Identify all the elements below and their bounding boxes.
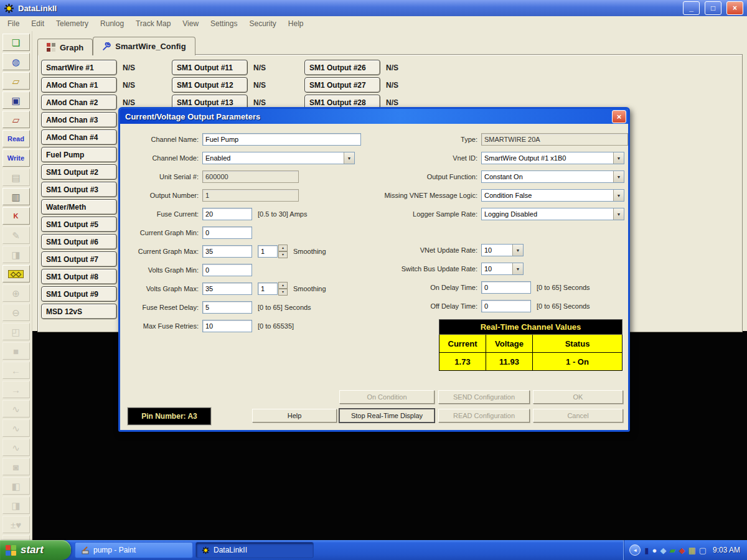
datalinkii-app-icon: [4, 3, 14, 14]
channel-amod-chan-3-button[interactable]: AMod Chan #3: [41, 112, 117, 128]
telemetry-globe-button[interactable]: ◍: [2, 53, 30, 70]
menu-telemetry[interactable]: Telemetry: [56, 19, 88, 28]
channel-mode-combo[interactable]: Enabled▼: [202, 152, 355, 164]
volts-graph-min-input[interactable]: 0: [202, 264, 252, 276]
channel-smartwire-1-button[interactable]: SmartWire #1: [41, 60, 117, 75]
channel-row: AMod Chan #1N/S: [41, 77, 135, 93]
write-button[interactable]: Write: [2, 149, 30, 167]
channel-sm1-output-2-button[interactable]: SM1 Output #2: [41, 164, 117, 180]
tray-icon-4[interactable]: ▰: [669, 546, 675, 554]
volts-graph-max-smoothing-spinner[interactable]: 1▴▾: [258, 282, 288, 296]
volts-graph-max-input[interactable]: 35: [202, 282, 252, 295]
unit-serial-field: Unit Serial #:600000: [125, 167, 398, 186]
tray-icon-6[interactable]: ▦: [688, 546, 695, 554]
channel-sm1-output-7-button[interactable]: SM1 Output #7: [41, 251, 117, 267]
max-fuse-retries-field: Max Fuse Retries:10[0 to 65535]: [125, 317, 398, 335]
menu-track-map[interactable]: Track Map: [136, 19, 171, 28]
cursor-trace-1-icon: ∿: [12, 404, 20, 414]
max-fuse-retries-input[interactable]: 10: [202, 320, 252, 332]
channel-sm1-output-27-button[interactable]: SM1 Output #27: [304, 77, 380, 93]
menu-settings[interactable]: Settings: [210, 19, 237, 28]
read-button[interactable]: Read: [2, 130, 30, 147]
save-button[interactable]: ▣: [2, 91, 30, 109]
current-graph-min-input[interactable]: 0: [202, 226, 252, 239]
k-graph-button[interactable]: K: [2, 207, 30, 225]
taskbar-task-datalinkii[interactable]: DataLinkII: [195, 542, 314, 558]
menu-view[interactable]: View: [182, 19, 199, 28]
off-delay-time-value: 0: [484, 302, 488, 310]
menu-runlog[interactable]: Runlog: [100, 19, 124, 28]
menu-file[interactable]: File: [7, 19, 19, 28]
restore-button[interactable]: □: [705, 1, 721, 15]
spinner-buttons: ▴▾: [278, 282, 288, 296]
spinner-up-icon[interactable]: ▴: [278, 282, 288, 289]
channel-sm1-output-9-button[interactable]: SM1 Output #9: [41, 286, 117, 302]
fuse-current-input[interactable]: 20: [202, 208, 252, 220]
dialog-close-button[interactable]: ×: [612, 110, 626, 123]
on-delay-time-input[interactable]: 0: [481, 281, 531, 294]
switch-bus-update-rate-combo[interactable]: 10▼: [481, 263, 524, 275]
channel-name-input[interactable]: Fuel Pump: [202, 133, 361, 146]
channel-sm1-output-8-button[interactable]: SM1 Output #8: [41, 269, 117, 284]
channel-amod-chan-4-button[interactable]: AMod Chan #4: [41, 129, 117, 145]
channel-water-meth-button[interactable]: Water/Meth: [41, 199, 117, 215]
unit-serial-label: Unit Serial #:: [125, 173, 199, 180]
chevron-down-icon: ▼: [512, 245, 523, 256]
logger-sample-rate-value: Logging Disabled: [482, 210, 613, 218]
taskbar-task-paint[interactable]: pump - Paint: [75, 542, 193, 558]
vnet-id-combo[interactable]: SmartWire Output #1 x1B0▼: [481, 152, 624, 164]
menu-edit[interactable]: Edit: [31, 19, 44, 28]
fuse-reset-delay-input[interactable]: 5: [202, 301, 252, 314]
tab-smartwire-config[interactable]: SmartWire_Config: [93, 37, 195, 55]
open-config-button[interactable]: ▱: [2, 72, 30, 90]
ok-button: OK: [533, 390, 623, 404]
open-run-button[interactable]: ▱: [2, 111, 30, 128]
copy-button[interactable]: ▥: [2, 188, 30, 205]
menu-security[interactable]: Security: [249, 19, 276, 28]
channel-sm1-output-3-button[interactable]: SM1 Output #3: [41, 182, 117, 197]
logger-sample-rate-combo[interactable]: Logging Disabled▼: [481, 208, 624, 220]
tray-icon-3[interactable]: ◆: [660, 546, 666, 554]
missing-vnet-message-logic-combo[interactable]: Condition False▼: [481, 189, 624, 202]
missing-vnet-message-logic-field: Missing VNET Message Logic:Condition Fal…: [382, 186, 628, 205]
channel-sm1-output-6-button[interactable]: SM1 Output #6: [41, 234, 117, 250]
channel-amod-chan-1-button[interactable]: AMod Chan #1: [41, 77, 117, 93]
cursor-trace-2-button: ∿: [2, 419, 30, 437]
tray-icon-7[interactable]: ▢: [699, 546, 707, 554]
channel-sm1-output-5-button[interactable]: SM1 Output #5: [41, 217, 117, 232]
on-delay-time-value: 0: [484, 284, 488, 291]
channel-fuel-pump-button[interactable]: Fuel Pump: [41, 147, 117, 162]
stop-real-time-display-button[interactable]: Stop Real-Time Display: [339, 409, 435, 422]
channel-sm1-output-12-button[interactable]: SM1 Output #12: [172, 77, 248, 93]
chevron-down-icon: ▼: [613, 208, 624, 220]
channel-msd-12vs-button[interactable]: MSD 12vS: [41, 304, 117, 319]
track-map-button[interactable]: ◇◇: [2, 265, 30, 282]
current-graph-max-input[interactable]: 35: [202, 245, 252, 258]
current-graph-max-smoothing-spinner[interactable]: 1▴▾: [258, 245, 288, 258]
hide-icons-chevron[interactable]: ◂: [629, 544, 641, 556]
spinner-down-icon[interactable]: ▾: [278, 289, 288, 296]
left-fields: Channel Name:Fuel PumpChannel Mode:Enabl…: [125, 130, 398, 335]
minimize-button[interactable]: _: [683, 1, 700, 15]
help-button[interactable]: Help: [252, 409, 337, 422]
tray-icon-1[interactable]: ▮: [644, 546, 649, 554]
off-delay-time-input[interactable]: 0: [481, 300, 531, 312]
tab-graph[interactable]: Graph: [37, 39, 93, 55]
tray-icon-2[interactable]: ●: [652, 546, 657, 554]
channel-sm1-output-26-button[interactable]: SM1 Output #26: [304, 60, 380, 75]
current-graph-max-label: Current Graph Max:: [125, 248, 199, 255]
channel-sm1-output-11-button[interactable]: SM1 Output #11: [172, 60, 248, 75]
current-graph-max-range-note: Smoothing: [293, 248, 326, 255]
spinner-down-icon[interactable]: ▾: [278, 251, 288, 258]
spinner-buttons: ▴▾: [278, 245, 288, 258]
vnet-update-rate-combo[interactable]: 10▼: [481, 244, 524, 256]
start-button[interactable]: start: [0, 540, 71, 560]
close-button[interactable]: ×: [726, 1, 743, 15]
menu-help[interactable]: Help: [288, 19, 304, 28]
channel-amod-chan-2-button[interactable]: AMod Chan #2: [41, 95, 117, 110]
tray-icon-5[interactable]: ◆: [679, 546, 685, 554]
output-function-combo[interactable]: Constant On▼: [481, 170, 624, 183]
graph-tab-icon: [47, 43, 55, 52]
new-file-button[interactable]: ❏: [2, 34, 30, 51]
spinner-up-icon[interactable]: ▴: [278, 245, 288, 251]
